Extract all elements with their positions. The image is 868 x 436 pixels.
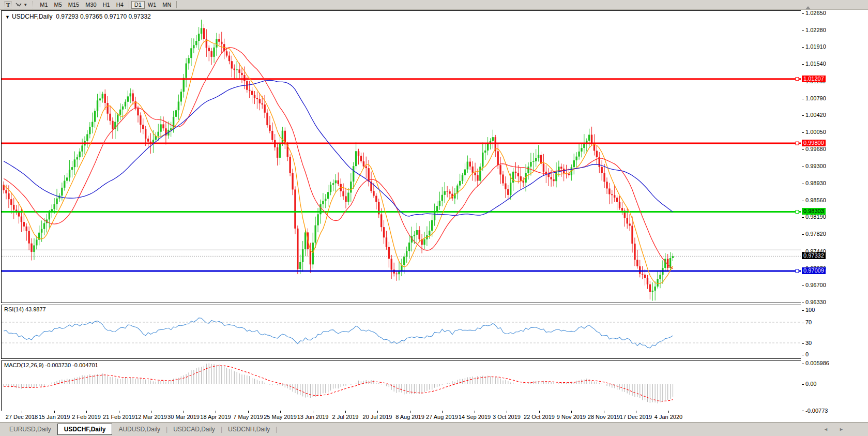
candle-body xyxy=(183,78,185,92)
candle-body xyxy=(355,151,357,166)
chart-tab-bar: EURUSD,DailyUSDCHF,DailyAUDUSD,Daily|USD… xyxy=(0,422,868,436)
rsi-indicator-panel[interactable] xyxy=(1,305,801,359)
candle-body xyxy=(616,198,618,202)
timeframe-button-mn[interactable]: MN xyxy=(159,1,174,9)
toolbar-grip[interactable] xyxy=(32,2,34,8)
tab-usdcad-daily[interactable]: USDCAD,Daily xyxy=(168,424,220,434)
tab-eurusd-daily[interactable]: EURUSD,Daily xyxy=(4,424,56,434)
tick-dash xyxy=(802,132,804,133)
candle-body xyxy=(591,135,592,143)
candle-body xyxy=(234,69,235,70)
tick-dash xyxy=(802,364,804,364)
date-axis[interactable]: 27 Dec 201815 Jan 20192 Feb 201921 Feb 2… xyxy=(1,411,801,422)
timeframe-button-m5[interactable]: M5 xyxy=(51,1,65,9)
candle-body xyxy=(66,177,68,181)
macd-canvas xyxy=(2,361,801,411)
candle-body xyxy=(629,223,630,225)
timeframe-button-m1[interactable]: M1 xyxy=(37,1,51,9)
candle-body xyxy=(406,251,407,257)
toolbar-divider xyxy=(176,1,177,8)
candle-body xyxy=(608,188,610,194)
tab-scroll-right-button[interactable]: ► xyxy=(839,427,844,432)
date-axis-label: 3 Oct 2019 xyxy=(493,414,521,420)
candle-body xyxy=(596,151,598,157)
ma-line-mid xyxy=(4,48,673,269)
candle-body xyxy=(619,202,620,208)
candle-body xyxy=(535,158,537,161)
candle-body xyxy=(332,183,334,185)
tab-usdchf-daily[interactable]: USDCHF,Daily xyxy=(57,424,113,435)
date-axis-label: 9 Nov 2019 xyxy=(557,414,586,420)
candle-body xyxy=(289,157,291,173)
candle-body xyxy=(5,190,7,193)
candle-body xyxy=(109,114,111,121)
date-axis-label: 20 Jul 2019 xyxy=(363,414,392,420)
date-axis-tick xyxy=(216,411,216,413)
candle-body xyxy=(28,231,29,244)
candle-body xyxy=(439,201,440,206)
text-label-tool-button[interactable]: T xyxy=(3,1,13,9)
candle-body xyxy=(256,98,258,99)
candle-body xyxy=(555,171,557,181)
candle-body xyxy=(548,174,550,177)
date-axis-tick xyxy=(377,411,378,413)
rsi-label: RSI(14) 43.9877 xyxy=(4,306,46,312)
line-handle xyxy=(796,78,799,81)
timeframe-button-m30[interactable]: M30 xyxy=(82,1,99,9)
tab-scroll-left-button[interactable]: ◄ xyxy=(824,427,828,432)
candle-body xyxy=(157,132,159,136)
candle-body xyxy=(203,28,205,39)
candle-body xyxy=(102,94,103,98)
candle-body xyxy=(350,182,352,192)
candle-body xyxy=(294,189,296,228)
timeframe-button-m15[interactable]: M15 xyxy=(65,1,82,9)
candle-body xyxy=(262,103,263,104)
main-price-chart[interactable] xyxy=(1,10,801,303)
chart-menu-triangle-icon[interactable]: ▼ xyxy=(5,14,10,20)
candle-body xyxy=(266,113,268,125)
candle-body xyxy=(36,240,37,246)
candle-body xyxy=(277,147,278,158)
candle-body xyxy=(327,192,329,199)
candle-body xyxy=(462,175,463,181)
candle-body xyxy=(49,213,50,220)
candle-body xyxy=(601,167,603,173)
macd-axis-label: -0.00773 xyxy=(802,408,828,414)
candle-body xyxy=(363,161,364,167)
timeframe-button-h1[interactable]: H1 xyxy=(100,1,113,9)
candle-body xyxy=(471,167,473,173)
candle-body xyxy=(654,287,656,291)
candles xyxy=(3,20,674,301)
candle-body xyxy=(33,245,35,252)
candle-body xyxy=(530,162,531,167)
price-axis-tick: 1.00790 xyxy=(802,95,826,101)
tick-dash xyxy=(802,64,804,65)
candle-body xyxy=(117,115,118,122)
tab-usdcnh-daily[interactable]: USDCNH,Daily xyxy=(223,424,275,434)
horizontal-line-objects[interactable] xyxy=(2,78,801,273)
candle-body xyxy=(335,181,337,184)
candle-body xyxy=(345,196,346,202)
scroll-up-icon[interactable] xyxy=(805,6,811,9)
arrange-windows-button[interactable]: ▼ xyxy=(13,1,29,9)
tick-dash xyxy=(802,47,804,48)
price-axis[interactable]: 1.026501.022801.019101.015401.011601.007… xyxy=(801,10,868,422)
date-axis-label: 14 Sep 2019 xyxy=(459,414,491,420)
candle-body xyxy=(505,184,506,189)
candle-body xyxy=(429,231,430,235)
candle-body xyxy=(634,244,635,260)
candle-body xyxy=(575,157,577,160)
timeframe-button-h4[interactable]: H4 xyxy=(113,1,127,9)
macd-indicator-panel[interactable] xyxy=(1,360,801,411)
candle-body xyxy=(414,235,415,236)
candle-body xyxy=(446,191,448,192)
candle-body xyxy=(195,41,197,45)
macd-axis-label: 0.005986 xyxy=(802,360,829,366)
timeframe-button-w1[interactable]: W1 xyxy=(145,1,160,9)
candle-body xyxy=(603,173,605,182)
date-axis-tick xyxy=(184,411,184,413)
tab-audusd-daily[interactable]: AUDUSD,Daily xyxy=(113,424,165,434)
timeframe-button-d1[interactable]: D1 xyxy=(131,1,145,9)
date-axis-tick xyxy=(410,411,410,413)
candle-body xyxy=(218,39,220,41)
